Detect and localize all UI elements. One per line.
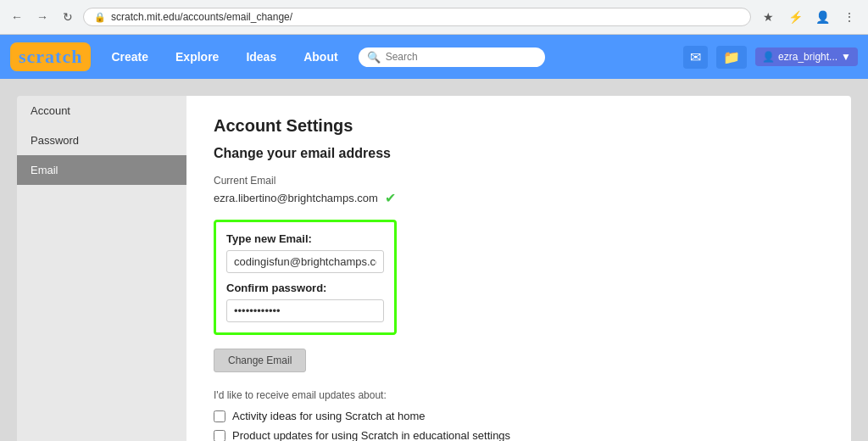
main-container: Account Password Email Account Settings …	[0, 79, 868, 441]
menu-icon[interactable]: ⋮	[837, 5, 861, 29]
search-icon: 🔍	[367, 51, 381, 64]
browser-toolbar: ← → ↻ 🔒 scratch.mit.edu/accounts/email_c…	[0, 0, 868, 34]
checkbox-row-2: Product updates for using Scratch in edu…	[214, 429, 824, 441]
lock-icon: 🔒	[94, 12, 106, 23]
user-profile-button[interactable]: 👤 ezra_bright... ▼	[755, 47, 858, 66]
scratch-navbar: scratch Create Explore Ideas About 🔍 ✉ 📁…	[0, 35, 868, 79]
nav-ideas[interactable]: Ideas	[239, 47, 283, 67]
sidebar-item-email[interactable]: Email	[17, 155, 186, 185]
nav-right: ✉ 📁 👤 ezra_bright... ▼	[683, 46, 858, 69]
checkbox-product-label: Product updates for using Scratch in edu…	[232, 429, 510, 441]
page-title: Account Settings	[214, 116, 824, 136]
sidebar: Account Password Email	[17, 96, 186, 441]
bookmark-icon[interactable]: ★	[756, 5, 780, 29]
confirm-password-label: Confirm password:	[226, 282, 384, 294]
content-area: Account Settings Change your email addre…	[186, 96, 851, 441]
url-text: scratch.mit.edu/accounts/email_change/	[111, 11, 292, 23]
verified-check-icon: ✔	[385, 190, 396, 206]
username-label: ezra_bright...	[778, 51, 837, 63]
nav-explore[interactable]: Explore	[169, 47, 225, 67]
checkbox-activity-label: Activity ideas for using Scratch at home	[232, 410, 426, 422]
messages-icon[interactable]: ✉	[683, 46, 708, 69]
back-button[interactable]: ←	[7, 7, 27, 27]
chevron-down-icon: ▼	[841, 51, 851, 63]
change-email-button[interactable]: Change Email	[214, 349, 306, 372]
forward-button[interactable]: →	[32, 7, 53, 27]
confirm-password-input[interactable]	[226, 299, 384, 322]
email-change-form-box: Type new Email: Confirm password:	[214, 220, 397, 335]
address-bar[interactable]: 🔒 scratch.mit.edu/accounts/email_change/	[83, 8, 751, 26]
sidebar-item-password[interactable]: Password	[17, 126, 186, 155]
new-email-label: Type new Email:	[226, 232, 384, 245]
extensions-icon[interactable]: ⚡	[783, 5, 807, 29]
current-email-row: ezra.libertino@brightchamps.com ✔	[214, 190, 824, 206]
email-updates-label: I'd like to receive email updates about:	[214, 389, 824, 401]
sidebar-item-account[interactable]: Account	[17, 96, 186, 126]
browser-actions: ★ ⚡ 👤 ⋮	[756, 5, 861, 29]
profile-icon[interactable]: 👤	[810, 5, 834, 29]
folder-icon[interactable]: 📁	[716, 46, 747, 69]
logo-text: scratch	[19, 46, 82, 67]
checkbox-row-1: Activity ideas for using Scratch at home	[214, 410, 824, 422]
nav-create[interactable]: Create	[104, 47, 155, 67]
user-avatar-icon: 👤	[762, 51, 775, 63]
nav-about[interactable]: About	[297, 47, 344, 67]
checkbox-activity[interactable]	[214, 410, 225, 422]
checkbox-product[interactable]	[214, 430, 225, 442]
refresh-button[interactable]: ↻	[58, 7, 78, 27]
search-bar[interactable]: 🔍	[359, 47, 545, 67]
current-email-label: Current Email	[214, 175, 824, 187]
search-input[interactable]	[386, 51, 537, 63]
new-email-input[interactable]	[226, 250, 384, 273]
section-title: Change your email address	[214, 146, 824, 161]
scratch-logo[interactable]: scratch	[10, 42, 91, 71]
current-email-value: ezra.libertino@brightchamps.com	[214, 192, 378, 204]
browser-chrome: ← → ↻ 🔒 scratch.mit.edu/accounts/email_c…	[0, 0, 868, 35]
